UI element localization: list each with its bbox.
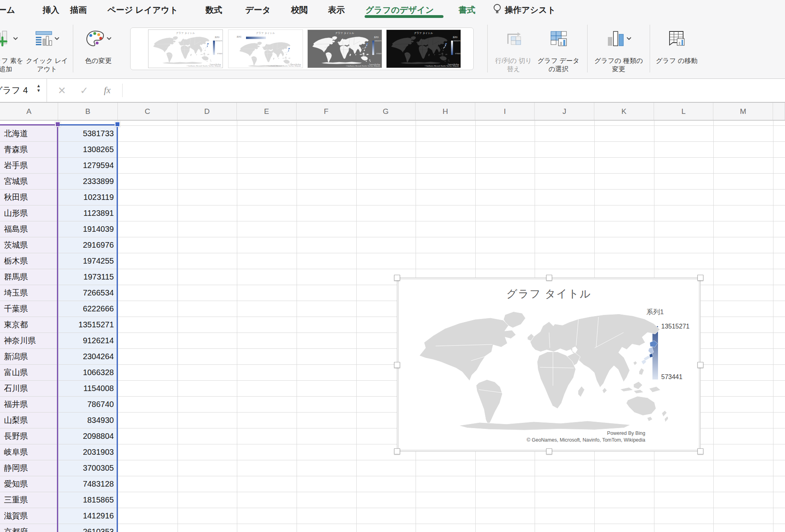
- chart-resize-handle-e[interactable]: [697, 362, 703, 368]
- cell-prefecture[interactable]: 滋賀県: [0, 508, 58, 524]
- change-chart-type-button[interactable]: グラフの 種類の変更: [592, 23, 645, 73]
- cell-population[interactable]: 786740: [58, 396, 118, 412]
- cell-prefecture[interactable]: 茨城県: [0, 237, 58, 253]
- column-header-partial[interactable]: [773, 103, 785, 120]
- column-header-F[interactable]: F: [297, 103, 356, 120]
- cell-prefecture[interactable]: 山形県: [0, 205, 58, 221]
- cell-prefecture[interactable]: 千葉県: [0, 301, 58, 317]
- chart-resize-handle-nw[interactable]: [394, 275, 400, 281]
- cell-population[interactable]: 3700305: [58, 460, 118, 476]
- column-header-L[interactable]: L: [654, 103, 714, 120]
- tab-formulas[interactable]: 数式: [205, 4, 222, 16]
- chart-resize-handle-ne[interactable]: [697, 275, 703, 281]
- cell-population[interactable]: 1974255: [58, 253, 118, 269]
- cell-population[interactable]: 7483128: [58, 476, 118, 492]
- chart-style-thumbnail-3[interactable]: グラフ タイトル 系列1 13515271 573441 Powered By …: [307, 29, 382, 68]
- cell-population[interactable]: 1973115: [58, 269, 118, 285]
- cell-population[interactable]: 1815865: [58, 492, 118, 508]
- map-chart-object[interactable]: グラフ タイトル 系列1 13515271 573441 Powered By …: [397, 278, 701, 452]
- column-header-K[interactable]: K: [594, 103, 654, 120]
- chart-resize-handle-sw[interactable]: [394, 448, 400, 454]
- enter-icon[interactable]: ✓: [80, 79, 88, 102]
- cell-prefecture[interactable]: 神奈川県: [0, 332, 58, 348]
- cell-population[interactable]: 834930: [58, 412, 118, 428]
- chart-resize-handle-w[interactable]: [394, 362, 400, 368]
- cell-prefecture[interactable]: 栃木県: [0, 253, 58, 269]
- cell-prefecture[interactable]: 山梨県: [0, 412, 58, 428]
- cell-population[interactable]: 1066328: [58, 364, 118, 380]
- cell-prefecture[interactable]: 福島県: [0, 221, 58, 237]
- tab-home[interactable]: ホーム: [0, 4, 15, 16]
- tab-assist[interactable]: 操作アシスト: [505, 4, 556, 16]
- column-header-I[interactable]: I: [475, 103, 535, 120]
- cell-prefecture[interactable]: 宮城県: [0, 173, 58, 189]
- cell-population[interactable]: 2031903: [58, 444, 118, 460]
- cell-prefecture[interactable]: 東京都: [0, 317, 58, 332]
- chart-resize-handle-n[interactable]: [546, 275, 552, 281]
- cell-prefecture[interactable]: 青森県: [0, 141, 58, 157]
- cell-prefecture[interactable]: 群馬県: [0, 269, 58, 285]
- cell-population[interactable]: 13515271: [58, 317, 118, 332]
- cell-prefecture[interactable]: 静岡県: [0, 460, 58, 476]
- cell-population[interactable]: 2333899: [58, 173, 118, 189]
- select-data-button[interactable]: グラフ データの選択: [534, 23, 583, 73]
- selection-handle-values[interactable]: [115, 121, 120, 127]
- cell-population[interactable]: 2098804: [58, 428, 118, 444]
- cell-population[interactable]: 1023119: [58, 189, 118, 205]
- move-chart-button[interactable]: グラフ の移動: [654, 23, 699, 65]
- chart-title[interactable]: グラフ タイトル: [397, 287, 700, 301]
- name-box-stepper[interactable]: ▲▼: [35, 83, 42, 93]
- cell-prefecture[interactable]: 北海道: [0, 125, 58, 141]
- cell-population[interactable]: 7266534: [58, 285, 118, 301]
- tab-view[interactable]: 表示: [328, 4, 345, 16]
- column-header-E[interactable]: E: [237, 103, 297, 120]
- cell-prefecture[interactable]: 富山県: [0, 364, 58, 380]
- column-header-B[interactable]: B: [58, 103, 118, 120]
- tab-insert[interactable]: 挿入: [43, 4, 59, 16]
- add-chart-element-button[interactable]: グラフ 素を追加: [0, 23, 26, 73]
- cell-population[interactable]: 9126214: [58, 332, 118, 348]
- name-box[interactable]: グラフ 4: [0, 79, 33, 102]
- cell-prefecture[interactable]: 新潟県: [0, 348, 58, 364]
- cell-prefecture[interactable]: 京都府: [0, 524, 58, 532]
- chart-style-thumbnail-1[interactable]: グラフ タイトル 系列1 13515271 573441 Powered By …: [148, 29, 223, 68]
- tab-draw[interactable]: 描画: [70, 4, 87, 16]
- tab-format[interactable]: 書式: [459, 4, 475, 16]
- tab-chart-design[interactable]: グラフのデザイン: [365, 4, 434, 16]
- chart-style-thumbnail-4[interactable]: グラフ タイトル 系列1 13515271 573441 Powered By …: [386, 29, 461, 68]
- tab-review[interactable]: 校閲: [291, 4, 308, 16]
- column-header-M[interactable]: M: [713, 103, 773, 120]
- cell-population[interactable]: 1154008: [58, 380, 118, 396]
- world-map[interactable]: [413, 307, 668, 434]
- chart-resize-handle-s[interactable]: [546, 448, 552, 454]
- tab-data[interactable]: データ: [245, 4, 271, 16]
- cell-population[interactable]: 1123891: [58, 205, 118, 221]
- cell-prefecture[interactable]: 埼玉県: [0, 285, 58, 301]
- cell-population[interactable]: 1279594: [58, 157, 118, 173]
- column-header-J[interactable]: J: [535, 103, 594, 120]
- formula-input[interactable]: [127, 79, 785, 102]
- change-colors-button[interactable]: 色の変更: [77, 23, 120, 65]
- column-header-C[interactable]: C: [118, 103, 178, 120]
- cell-population[interactable]: 1412916: [58, 508, 118, 524]
- cell-prefecture[interactable]: 石川県: [0, 380, 58, 396]
- cell-prefecture[interactable]: 長野県: [0, 428, 58, 444]
- column-header-H[interactable]: H: [416, 103, 475, 120]
- column-header-D[interactable]: D: [178, 103, 237, 120]
- cell-population[interactable]: 2916976: [58, 237, 118, 253]
- tab-page-layout[interactable]: ページ レイアウト: [107, 4, 178, 16]
- cell-population[interactable]: 2610353: [58, 524, 118, 532]
- column-header-G[interactable]: G: [356, 103, 416, 120]
- cell-prefecture[interactable]: 三重県: [0, 492, 58, 508]
- cell-prefecture[interactable]: 愛知県: [0, 476, 58, 492]
- insert-function-icon[interactable]: fx: [104, 79, 111, 102]
- cell-population[interactable]: 5381733: [58, 125, 118, 141]
- cell-prefecture[interactable]: 秋田県: [0, 189, 58, 205]
- cell-prefecture[interactable]: 岐阜県: [0, 444, 58, 460]
- chart-resize-handle-se[interactable]: [697, 448, 703, 454]
- cell-population[interactable]: 1914039: [58, 221, 118, 237]
- cancel-icon[interactable]: ✕: [58, 79, 66, 102]
- quick-layout-button[interactable]: クイック レイアウト: [25, 23, 69, 73]
- cell-prefecture[interactable]: 福井県: [0, 396, 58, 412]
- column-header-A[interactable]: A: [0, 103, 58, 120]
